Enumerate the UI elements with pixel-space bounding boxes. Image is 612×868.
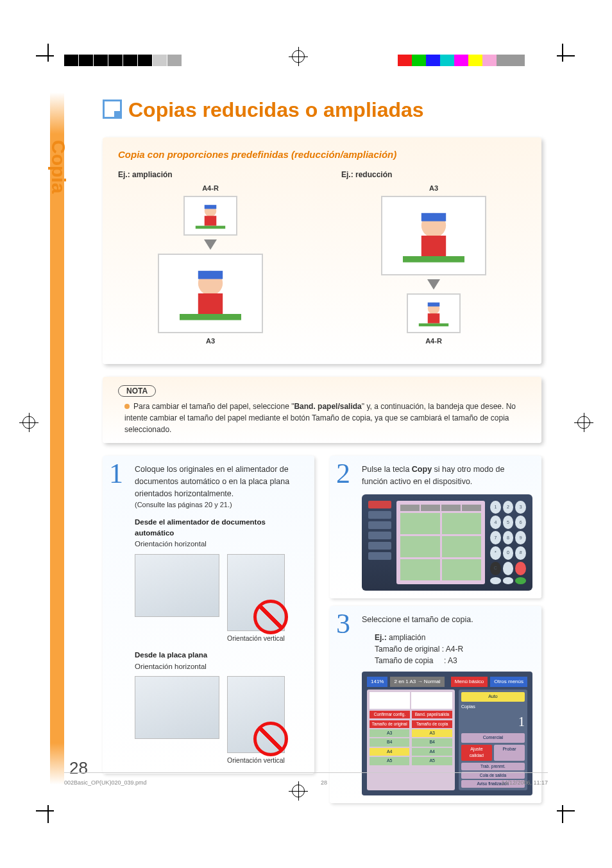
footer: 002Basic_OP(UK)020_039.pmd 28 14/12/2006… [64, 779, 548, 786]
test-button: Probar [494, 745, 525, 761]
size-button-selected: A3 [412, 729, 452, 738]
page-title: Copias reducidas o ampliadas [103, 98, 541, 122]
size-button: A5 [412, 757, 452, 765]
photo-caption: Orientación vertical [227, 634, 285, 644]
size-button: A3 [370, 729, 409, 738]
enlarge-heading: Ej.: ampliación [118, 170, 303, 179]
platen-vertical-photo-crossed [227, 676, 285, 753]
step-text: Pulse la tecla [362, 465, 412, 474]
section-tab [50, 92, 64, 785]
paper-size-label: A4-R [341, 337, 526, 345]
registration-mark-icon [292, 50, 305, 63]
feeder-vertical-photo-crossed [227, 554, 285, 631]
svg-rect-9 [421, 213, 446, 221]
platen-horizontal-photo [135, 676, 219, 739]
step-number: 2 [336, 457, 350, 490]
size-button: B4 [412, 738, 452, 747]
svg-rect-6 [198, 293, 223, 314]
step-number: 3 [336, 607, 350, 640]
registration-mark-icon [577, 416, 590, 429]
paper-size-label: A3 [118, 337, 303, 345]
footer-date: 14/12/2006, 11:17 [501, 779, 548, 786]
cartoon-large-icon [158, 254, 263, 333]
column-header: Tamaño de copia [412, 720, 452, 728]
step-3: 3 Seleccione el tamaño de copia. Ej.: am… [330, 606, 541, 804]
nota-box: NOTA Para cambiar el tamaño del papel, s… [103, 377, 541, 443]
confirm-button: Confirmar config. [370, 711, 410, 718]
section-tab-label: Copia [47, 140, 69, 193]
step-subheading: Desde el alimentador de documentos autom… [135, 517, 305, 539]
touchscreen-illustration: 141% 2 en 1 A3 → Normal Menú básico Otro… [362, 672, 532, 795]
footer-page: 28 [321, 779, 327, 786]
column-header: Tamaño de original [370, 720, 409, 728]
size-button-selected: A4 [370, 748, 409, 756]
crop-mark-icon [562, 810, 575, 823]
ratio-examples-box: Copia con proporciones predefinidas (red… [103, 137, 541, 364]
svg-rect-5 [198, 271, 223, 279]
key-name: Copy [412, 465, 432, 474]
svg-rect-2 [205, 216, 217, 225]
original-size-line: Tamaño de original : A4-R [375, 643, 532, 655]
mode-label: 2 en 1 A3 → Normal [390, 677, 444, 687]
orientation-label: Orientación horizontal [135, 539, 305, 550]
job-button: Trab. prenmt. [461, 763, 525, 770]
nota-text: Para cambiar el tamaño del papel, selecc… [113, 397, 531, 435]
size-button: A4 [412, 748, 452, 756]
control-panel-illustration: 123 456 789 *0# C [362, 494, 532, 591]
size-button: B4 [370, 738, 409, 747]
copy-size-line: Tamaño de copia : A3 [375, 655, 532, 666]
footer-file: 002Basic_OP(UK)020_039.pmd [64, 779, 147, 786]
example-label: Ej.: [375, 633, 387, 642]
arrow-down-icon [204, 239, 217, 250]
step-1: 1 Coloque los originales en el alimentad… [103, 456, 314, 774]
step-paragraph: Coloque los originales en el alimentador… [135, 464, 305, 499]
step-subheading: Desde la placa plana [135, 650, 305, 661]
cartoon-large-icon [381, 196, 486, 275]
step-paragraph: Seleccione el tamaño de copia. [362, 614, 532, 626]
example-value: ampliación [389, 633, 425, 642]
paper-size-label: A3 [341, 184, 526, 192]
menu-tab: Otros menús [490, 677, 527, 687]
quality-button: Ajuste calidad [461, 745, 492, 761]
copies-count: 1 [461, 712, 525, 731]
svg-rect-11 [403, 256, 464, 263]
svg-rect-15 [419, 323, 448, 326]
svg-rect-1 [205, 205, 217, 209]
svg-rect-10 [421, 236, 446, 256]
step-number: 1 [109, 457, 123, 490]
enlarge-example: Ej.: ampliación A4-R A3 [118, 170, 303, 347]
size-button: A5 [370, 757, 409, 765]
bullet-icon [124, 404, 130, 409]
page-number: 28 [69, 758, 88, 778]
reduce-heading: Ej.: reducción [341, 170, 526, 179]
cartoon-small-icon [407, 293, 461, 333]
svg-rect-3 [196, 225, 225, 229]
svg-rect-7 [180, 314, 241, 320]
crop-mark-icon [36, 44, 49, 56]
svg-rect-13 [428, 302, 440, 306]
reduce-example: Ej.: reducción A3 A4-R [341, 170, 526, 347]
step-2: 2 Pulse la tecla Copy si hay otro modo d… [330, 456, 541, 598]
zoom-ratio: 141% [367, 677, 387, 687]
feeder-horizontal-photo [135, 554, 219, 617]
commercial-button: Comercial [461, 733, 525, 743]
copies-label: Copias [461, 704, 525, 711]
registration-mark-icon [22, 416, 35, 429]
menu-tab: Menú básico [451, 677, 488, 687]
paper-size-label: A4-R [118, 184, 303, 192]
photo-caption: Orientación vertical [227, 756, 285, 766]
orientation-label: Orientación horizontal [135, 661, 305, 672]
tray-button: Band. papel/salida [412, 711, 452, 718]
auto-button: Auto [461, 692, 525, 702]
arrow-down-icon [427, 279, 440, 290]
svg-rect-14 [428, 313, 440, 323]
cartoon-small-icon [183, 196, 237, 236]
crop-mark-icon [562, 44, 575, 56]
step-reference: (Consulte las páginas 20 y 21.) [135, 499, 305, 510]
page-title-icon [103, 100, 122, 119]
nota-label: NOTA [118, 385, 156, 397]
crop-mark-icon [36, 810, 49, 823]
subheading: Copia con proporciones predefinidas (red… [118, 149, 526, 160]
